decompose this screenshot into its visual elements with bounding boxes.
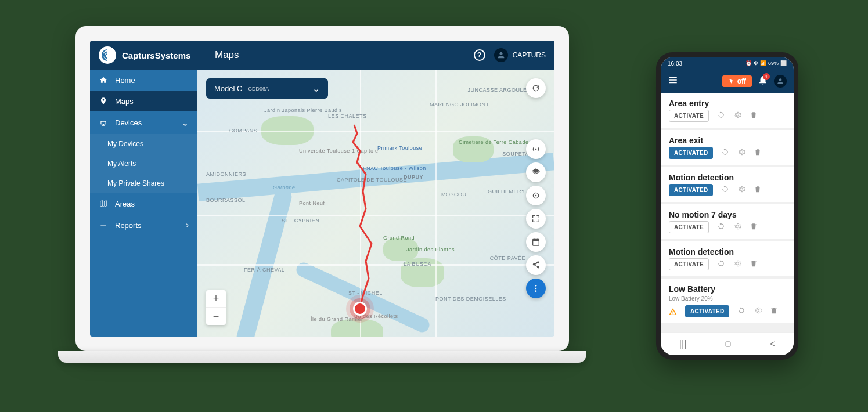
phone-frame: 16:03 ⏰ ✻ 📶 69% ⬜ off 1 xyxy=(656,52,798,360)
help-icon[interactable]: ? xyxy=(474,49,485,61)
zoom-out-button[interactable]: − xyxy=(206,308,226,325)
sidebar-item-my-alerts[interactable]: My Alerts xyxy=(90,154,197,174)
activate-button[interactable]: ACTIVATED xyxy=(669,184,713,196)
refresh-icon[interactable] xyxy=(721,185,729,196)
menu-button[interactable] xyxy=(668,75,678,88)
activate-button[interactable]: ACTIVATED xyxy=(685,305,729,317)
gear-icon[interactable] xyxy=(733,259,741,270)
map-label: Jardin Japonais Pierre Baudis xyxy=(264,107,342,113)
refresh-button[interactable] xyxy=(526,78,546,98)
gear-icon[interactable] xyxy=(733,111,741,121)
locate-button[interactable] xyxy=(526,186,546,205)
gear-icon[interactable] xyxy=(737,148,745,158)
brand-name: CaptursSystems xyxy=(122,50,203,60)
activate-button[interactable]: ACTIVATED xyxy=(669,147,713,159)
map-pin-icon xyxy=(99,96,108,106)
map-label: ST - MICHEL xyxy=(348,290,383,296)
user-menu[interactable]: CAPTURS xyxy=(494,48,546,62)
gear-icon[interactable] xyxy=(737,185,745,196)
sidebar-item-areas[interactable]: Areas xyxy=(90,193,197,214)
alert-actions: ACTIVATE xyxy=(669,221,786,233)
trash-icon[interactable] xyxy=(770,306,778,317)
reports-icon xyxy=(99,221,108,230)
layers-button[interactable] xyxy=(526,162,546,182)
sidebar-item-my-devices[interactable]: My Devices xyxy=(90,134,197,154)
map-label: MOSCOU xyxy=(441,191,467,197)
map-canvas[interactable]: JUNCASSE ARGOULETS MARENGO JOLIMONT LES … xyxy=(197,70,554,337)
gear-icon[interactable] xyxy=(733,222,741,233)
alerts-list[interactable]: Area entry ACTIVATE Area exit ACTIVATED … xyxy=(661,93,794,332)
zoom-controls: + − xyxy=(206,290,226,325)
map-label: Garonne xyxy=(273,185,296,190)
sidebar-item-label: Reports xyxy=(115,221,179,230)
off-label: off xyxy=(737,77,746,85)
phone-user-avatar[interactable] xyxy=(774,75,787,88)
sidebar-item-home[interactable]: Home xyxy=(90,70,197,91)
share-button[interactable] xyxy=(526,255,546,275)
sidebar-item-devices[interactable]: Devices ⌄ xyxy=(90,111,197,134)
battery-icon: ⬜ xyxy=(780,60,787,66)
sidebar-item-label: Devices xyxy=(115,118,174,127)
refresh-icon[interactable] xyxy=(717,111,725,121)
trash-icon[interactable] xyxy=(750,222,758,233)
broadcast-button[interactable] xyxy=(526,139,546,159)
svg-point-4 xyxy=(535,290,537,292)
laptop-frame: CaptursSystems Maps ? CAPTURS xyxy=(75,26,569,368)
alert-title: Low Battery xyxy=(669,284,786,294)
home-button[interactable] xyxy=(723,339,733,349)
trash-icon[interactable] xyxy=(750,259,758,270)
refresh-icon[interactable] xyxy=(717,259,725,270)
back-button[interactable]: < xyxy=(770,339,775,349)
chevron-down-icon: ⌄ xyxy=(181,117,189,128)
trash-icon[interactable] xyxy=(754,148,762,158)
sidebar-item-label: My Private Shares xyxy=(107,179,189,187)
map-label: Cimetière de Terre Cabade xyxy=(459,139,528,145)
bluetooth-icon: ✻ xyxy=(754,60,758,66)
zoom-in-button[interactable]: + xyxy=(206,290,226,308)
off-badge[interactable]: off xyxy=(722,75,752,87)
trash-icon[interactable] xyxy=(750,111,758,121)
map-label: MARENGO JOLIMONT xyxy=(430,102,489,107)
alert-actions: ACTIVATED xyxy=(669,305,786,317)
map-label: PONT DES DEMOISELLES xyxy=(435,296,506,302)
sidebar-item-label: Home xyxy=(115,76,189,85)
device-selector-dropdown[interactable]: Model C CDD06A ⌄ xyxy=(206,78,328,99)
device-code-label: CDD06A xyxy=(248,86,269,92)
sidebar-item-reports[interactable]: Reports › xyxy=(90,214,197,236)
activate-button[interactable]: ACTIVATE xyxy=(669,221,709,233)
notifications-button[interactable]: 1 xyxy=(758,75,768,88)
refresh-icon[interactable] xyxy=(737,306,745,317)
map-label: FNAC Toulouse - Wilson xyxy=(363,165,426,171)
alert-actions: ACTIVATED xyxy=(669,147,786,159)
map-label: Pont Neuf xyxy=(299,200,325,206)
alert-card: No motion 7 days ACTIVATE xyxy=(661,204,794,239)
phone-nav-bar: ||| < xyxy=(661,332,794,355)
more-options-button[interactable] xyxy=(526,279,546,298)
activate-button[interactable]: ACTIVATE xyxy=(669,258,709,270)
refresh-icon[interactable] xyxy=(717,222,725,233)
calendar-button[interactable] xyxy=(526,232,546,252)
trash-icon[interactable] xyxy=(754,185,762,196)
sidebar-item-maps[interactable]: Maps xyxy=(90,91,197,111)
map-label: CÔTE PAVÉE xyxy=(490,255,525,261)
sidebar: Home Maps Devices ⌄ My Devices xyxy=(90,70,197,337)
map-label: Primark Toulouse xyxy=(377,145,422,151)
sidebar-item-my-private-shares[interactable]: My Private Shares xyxy=(90,174,197,193)
alarm-icon: ⏰ xyxy=(745,60,752,66)
fullscreen-button[interactable] xyxy=(526,209,546,229)
map-label: BOURRASSOL xyxy=(206,197,246,203)
devices-icon xyxy=(99,118,108,128)
laptop-base xyxy=(58,351,586,363)
track-current-position-marker[interactable] xyxy=(353,302,367,316)
map-label: COMPANS xyxy=(229,128,257,133)
activate-button[interactable]: ACTIVATE xyxy=(669,110,709,122)
refresh-icon[interactable] xyxy=(721,148,729,158)
gear-icon[interactable] xyxy=(754,306,762,317)
map-label: GUILHEMERY xyxy=(488,189,525,194)
status-icons: ⏰ ✻ 📶 69% ⬜ xyxy=(745,60,787,66)
status-time: 16:03 xyxy=(668,60,682,67)
map-label: FER À CHEVAL xyxy=(244,267,284,273)
recents-button[interactable]: ||| xyxy=(679,339,686,349)
alert-title: Area entry xyxy=(669,99,786,108)
brand-logo xyxy=(99,46,116,64)
